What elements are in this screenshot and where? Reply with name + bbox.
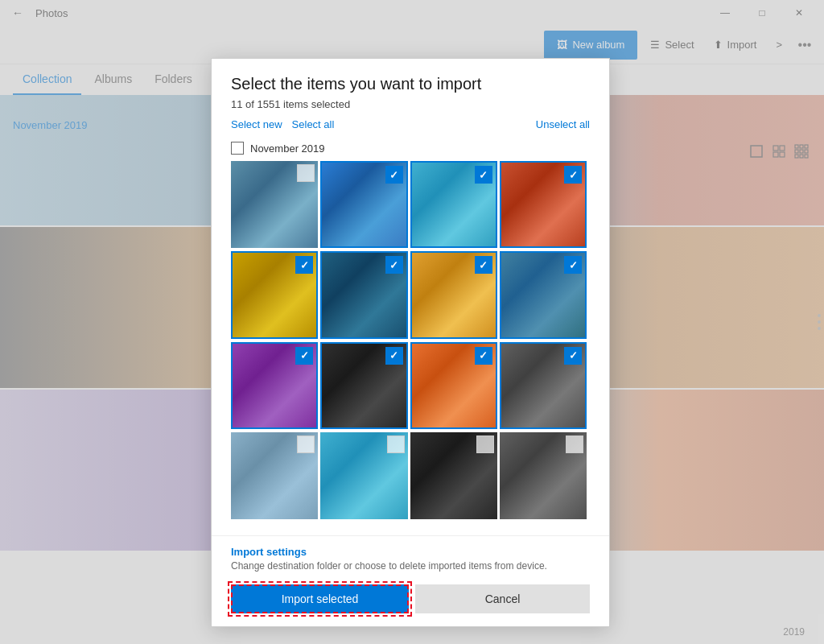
dialog-footer: Import selected Cancel — [212, 576, 609, 626]
photo-item[interactable]: ✓ — [320, 342, 407, 429]
photo-item[interactable] — [231, 161, 318, 248]
photo-checkbox[interactable]: ✓ — [564, 166, 582, 184]
photo-item[interactable]: ✓ — [410, 251, 497, 338]
photo-checkbox[interactable]: ✓ — [475, 347, 492, 365]
photo-item[interactable]: ✓ — [410, 342, 497, 429]
photo-checkbox[interactable]: ✓ — [385, 256, 403, 274]
cancel-button[interactable]: Cancel — [415, 584, 590, 613]
import-settings-link[interactable]: Import settings — [231, 546, 307, 558]
photo-grid-row3: ✓ ✓ ✓ ✓ — [231, 342, 587, 429]
import-settings-section: Import settings Change destination folde… — [212, 535, 609, 576]
import-dialog: Select the items you want to import 11 o… — [211, 58, 610, 627]
photo-item[interactable] — [320, 432, 407, 519]
select-all-link[interactable]: Select all — [292, 118, 335, 130]
photo-item[interactable]: ✓ — [500, 161, 587, 248]
photo-checkbox[interactable]: ✓ — [475, 166, 492, 184]
photo-item[interactable]: ✓ — [410, 161, 497, 248]
photo-checkbox[interactable]: ✓ — [564, 347, 582, 365]
photo-checkbox[interactable] — [297, 436, 315, 453]
photo-checkbox[interactable] — [297, 164, 315, 182]
photo-checkbox[interactable]: ✓ — [385, 347, 403, 365]
photo-grid-row2: ✓ ✓ ✓ ✓ — [231, 251, 587, 338]
photo-grid-row1: ✓ ✓ ✓ — [231, 161, 587, 248]
photo-checkbox[interactable]: ✓ — [564, 256, 582, 274]
photo-checkbox[interactable] — [476, 436, 494, 453]
photo-item[interactable]: ✓ — [231, 342, 318, 429]
photo-checkbox[interactable]: ✓ — [385, 166, 403, 184]
photo-item[interactable]: ✓ — [500, 342, 587, 429]
month-group-header: November 2019 — [231, 142, 587, 155]
import-settings-desc: Change destination folder or choose to d… — [231, 560, 590, 572]
photo-item[interactable]: ✓ — [500, 251, 587, 338]
dialog-select-links: Select new Select all — [231, 118, 334, 130]
dialog-count: 11 of 1551 items selected — [231, 98, 590, 110]
import-selected-button[interactable]: Import selected — [231, 584, 409, 613]
photo-checkbox[interactable]: ✓ — [295, 256, 313, 274]
photo-item[interactable] — [410, 432, 497, 519]
photo-checkbox[interactable] — [566, 436, 583, 453]
dialog-content: Select the items you want to import 11 o… — [212, 59, 609, 535]
photo-checkbox[interactable]: ✓ — [475, 256, 492, 274]
dialog-title: Select the items you want to import — [231, 75, 590, 93]
photo-grid-row4 — [231, 432, 587, 519]
dialog-select-row: Select new Select all Unselect all — [231, 118, 590, 130]
photo-item[interactable] — [500, 432, 587, 519]
month-label: November 2019 — [250, 142, 325, 155]
photo-item[interactable]: ✓ — [231, 251, 318, 338]
photo-checkbox[interactable]: ✓ — [295, 347, 313, 365]
dialog-scroll-inner[interactable]: November 2019 ✓ ✓ — [231, 138, 590, 522]
dialog-scroll: November 2019 ✓ ✓ — [231, 138, 590, 522]
photo-checkbox[interactable] — [387, 436, 405, 453]
month-checkbox[interactable] — [231, 142, 244, 155]
photo-item[interactable]: ✓ — [320, 251, 407, 338]
photo-item[interactable]: ✓ — [320, 161, 407, 248]
select-new-link[interactable]: Select new — [231, 118, 282, 130]
unselect-all-link[interactable]: Unselect all — [536, 118, 590, 130]
photo-item[interactable] — [231, 432, 318, 519]
